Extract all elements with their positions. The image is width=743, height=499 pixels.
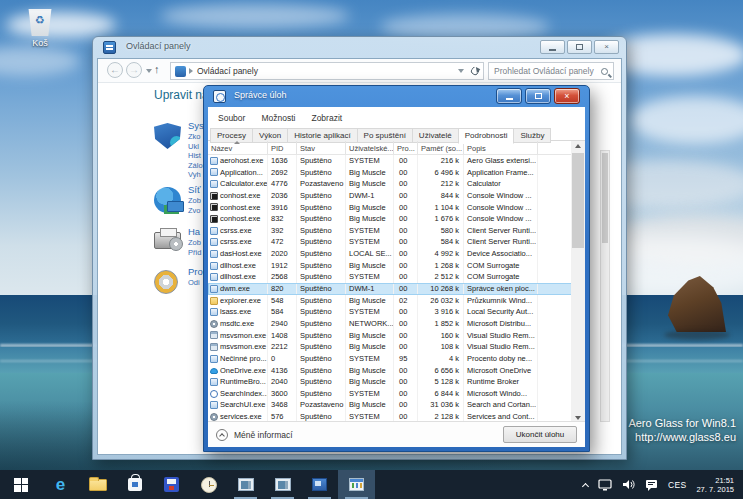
- maximize-button[interactable]: [567, 40, 592, 54]
- tab-podrobnosti[interactable]: Podrobnosti: [458, 128, 515, 144]
- process-row[interactable]: dwm.exe820SpuštěnoDWM-10010 268 kSprávce…: [208, 283, 573, 295]
- taskbar-app-window-1-button[interactable]: [227, 470, 264, 499]
- forward-button[interactable]: →: [126, 62, 142, 78]
- volume-icon[interactable]: [622, 479, 635, 490]
- control-panel-titlebar[interactable]: Ovládací panely ×: [93, 37, 626, 58]
- process-row[interactable]: dllhost.exe1912SpuštěnoBig Muscle001 268…: [208, 260, 573, 272]
- category-link[interactable]: Zob: [188, 196, 201, 206]
- minimize-button[interactable]: [540, 40, 565, 54]
- category-link[interactable]: Zob: [188, 238, 201, 248]
- menu-soubor[interactable]: Soubor: [210, 110, 253, 123]
- category-title[interactable]: Ha: [188, 226, 201, 238]
- category-link[interactable]: Hist: [188, 151, 204, 161]
- category-link[interactable]: Zálo: [188, 161, 204, 171]
- cell-pid: 472: [268, 236, 297, 248]
- process-row[interactable]: dllhost.exe2568SpuštěnoSYSTEM002 512 kCO…: [208, 271, 573, 283]
- menu-moznosti[interactable]: Možnosti: [253, 110, 303, 123]
- language-indicator[interactable]: CES: [668, 480, 686, 490]
- column-header-nazev[interactable]: Název: [208, 141, 268, 154]
- category-link[interactable]: Vyh: [188, 170, 204, 180]
- cell-name: conhost.exe: [208, 190, 268, 202]
- recent-pages-chevron-icon[interactable]: [146, 69, 152, 73]
- column-header-uzivatelske[interactable]: Uživatelské...: [346, 141, 394, 154]
- up-button[interactable]: ↑: [154, 63, 160, 75]
- network-icon[interactable]: [598, 479, 612, 491]
- address-bar[interactable]: Ovládací panely: [170, 62, 484, 80]
- scroll-down-icon[interactable]: [575, 416, 581, 420]
- process-name: conhost.exe: [220, 213, 260, 225]
- category-link[interactable]: Přid: [188, 248, 201, 258]
- scroll-up-icon[interactable]: [575, 144, 581, 148]
- process-row[interactable]: lsass.exe584SpuštěnoSYSTEM003 916 kLocal…: [208, 306, 573, 318]
- category-link[interactable]: Odi: [188, 278, 203, 288]
- cell-pid: 820: [268, 283, 297, 295]
- process-name: msdtc.exe: [220, 318, 254, 330]
- process-row[interactable]: aerohost.exe1636SpuštěnoSYSTEM00216 kAer…: [208, 155, 573, 167]
- cell-filler: [538, 178, 573, 190]
- task-manager-titlebar[interactable]: Správce úloh ×: [204, 86, 589, 107]
- process-name: aerohost.exe: [220, 155, 263, 167]
- process-row[interactable]: dasHost.exe2020SpuštěnoLOCAL SE...004 99…: [208, 248, 573, 260]
- process-app-icon: [210, 250, 218, 258]
- refresh-icon[interactable]: [469, 65, 480, 76]
- taskbar-edge-button[interactable]: e: [42, 470, 79, 499]
- cell-cpu: 00: [394, 225, 418, 237]
- process-row[interactable]: msvsmon.exe2212SpuštěnoBig Muscle00108 k…: [208, 341, 573, 353]
- taskbar-file-explorer-button[interactable]: [79, 470, 116, 499]
- taskbar-clock-app-button[interactable]: [190, 470, 227, 499]
- process-row[interactable]: Application...2692SpuštěnoBig Muscle006 …: [208, 167, 573, 179]
- process-row[interactable]: OneDrive.exe4136SpuštěnoBig Muscle006 65…: [208, 365, 573, 377]
- process-row[interactable]: csrss.exe392SpuštěnoSYSTEM00580 kClient …: [208, 225, 573, 237]
- end-task-button[interactable]: Ukončit úlohu: [503, 426, 577, 443]
- category-title[interactable]: Pro: [188, 266, 203, 278]
- cell-name: explorer.exe: [208, 295, 268, 307]
- category-link[interactable]: Zvo: [188, 206, 201, 216]
- column-header-pro[interactable]: Pro...: [394, 141, 418, 154]
- clock[interactable]: 21:51 27. 7. 2015: [696, 476, 734, 494]
- search-box[interactable]: Prohledat Ovládací panely: [488, 62, 614, 80]
- process-row[interactable]: Nečinné pro...0SpuštěnoSYSTEM954 kProcen…: [208, 353, 573, 365]
- process-row[interactable]: RuntimeBro...2040SpuštěnoBig Muscle005 1…: [208, 376, 573, 388]
- menu-zobrazit[interactable]: Zobrazit: [303, 110, 350, 123]
- category-title[interactable]: Sys: [188, 120, 204, 132]
- cell-memory: 6 656 k: [418, 365, 464, 377]
- category-title[interactable]: Síť: [188, 184, 201, 196]
- taskbar-store-button[interactable]: [116, 470, 153, 499]
- less-details-toggle[interactable]: Méně informací: [216, 429, 293, 441]
- process-row[interactable]: SearchIndex...3600SpuštěnoSYSTEM006 844 …: [208, 388, 573, 400]
- taskbar-app-window-2-button[interactable]: [264, 470, 301, 499]
- maximize-button[interactable]: [525, 88, 551, 104]
- process-row[interactable]: msvsmon.exe1408SpuštěnoBig Muscle00160 k…: [208, 330, 573, 342]
- process-row[interactable]: csrss.exe472SpuštěnoSYSTEM00584 kClient …: [208, 236, 573, 248]
- category-link[interactable]: Zko: [188, 132, 204, 142]
- taskbar-floppy-app-button[interactable]: [153, 470, 190, 499]
- process-row[interactable]: conhost.exe3916SpuštěnoBig Muscle001 104…: [208, 202, 573, 214]
- process-row[interactable]: msdtc.exe2940SpuštěnoNETWORK...001 852 k…: [208, 318, 573, 330]
- address-dropdown-icon[interactable]: [458, 69, 464, 73]
- process-row[interactable]: SearchUI.exe3468PozastavenoBig Muscle003…: [208, 399, 573, 411]
- tray-expand-icon[interactable]: [582, 482, 589, 489]
- process-name: msvsmon.exe: [220, 341, 266, 353]
- column-header-pid[interactable]: PID: [268, 141, 297, 154]
- category-link[interactable]: Ukl: [188, 142, 204, 152]
- scrollbar-thumb[interactable]: [572, 153, 584, 248]
- taskbar-task-manager-button[interactable]: [338, 470, 375, 499]
- column-header-stav[interactable]: Stav: [297, 141, 346, 154]
- close-button[interactable]: ×: [594, 40, 619, 54]
- process-row[interactable]: conhost.exe2036SpuštěnoDWM-100844 kConso…: [208, 190, 573, 202]
- file-explorer-icon: [89, 479, 107, 491]
- recycle-bin[interactable]: ♻ Koš: [14, 6, 66, 48]
- close-button[interactable]: ×: [554, 88, 580, 104]
- control-panel-scrollbar[interactable]: [600, 150, 610, 422]
- cell-name: Nečinné pro...: [208, 353, 268, 365]
- breadcrumb[interactable]: Ovládací panely: [197, 66, 258, 76]
- process-row[interactable]: explorer.exe548SpuštěnoBig Muscle0226 03…: [208, 295, 573, 307]
- process-row[interactable]: Calculator.exe4776PozastavenoBig Muscle0…: [208, 178, 573, 190]
- minimize-button[interactable]: [496, 88, 522, 104]
- table-scrollbar[interactable]: [571, 141, 585, 423]
- taskbar-start-button[interactable]: [0, 470, 42, 499]
- back-button[interactable]: ←: [107, 62, 123, 78]
- process-row[interactable]: conhost.exe832SpuštěnoBig Muscle001 676 …: [208, 213, 573, 225]
- notifications-icon[interactable]: [645, 479, 658, 491]
- taskbar-blue-app-button[interactable]: [301, 470, 338, 499]
